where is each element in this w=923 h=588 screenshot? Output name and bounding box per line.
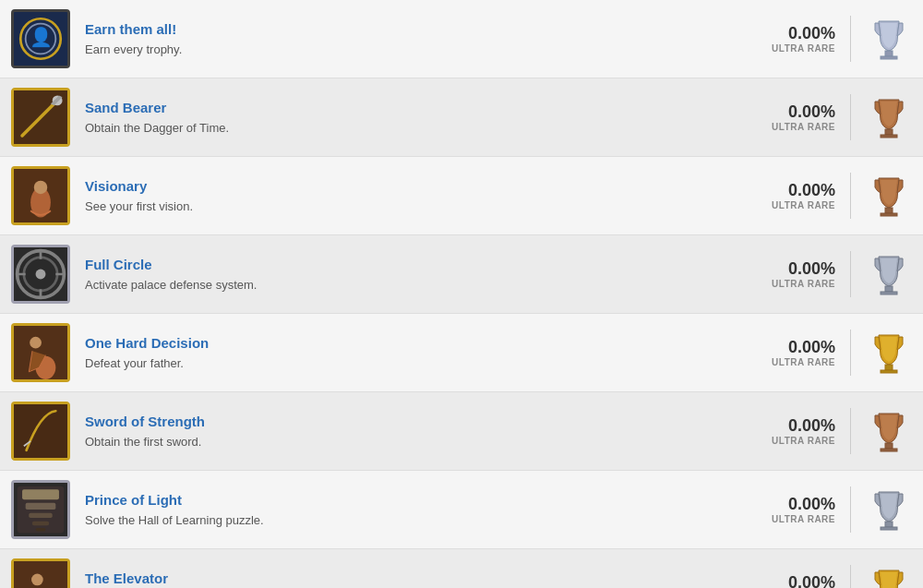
trophy-desc-earn-all: Earn every trophy. [85,42,182,56]
trophy-title-one-hard-decision[interactable]: One Hard Decision [85,335,743,351]
trophy-title-sand-bearer[interactable]: Sand Bearer [85,100,743,115]
svg-rect-4 [885,51,893,56]
svg-rect-28 [881,292,897,294]
trophy-row: 👤 Earn them all!Earn every trophy.0.00%U… [0,0,923,78]
trophy-list: 👤 Earn them all!Earn every trophy.0.00%U… [0,0,923,588]
trophy-divider [850,408,851,454]
trophy-rarity-earn-all: 0.00%ULTRA RARE [743,24,835,54]
svg-rect-11 [885,129,893,135]
trophy-percent-sword-of-strength: 0.00% [788,416,835,436]
trophy-cup-sword-of-strength [866,408,912,454]
trophy-rarity-visionary: 0.00%ULTRA RARE [743,181,835,210]
trophy-divider [850,486,851,533]
svg-rect-18 [881,213,897,216]
svg-rect-17 [885,208,893,213]
trophy-divider [850,565,851,588]
trophy-rarity-label-one-hard-decision: ULTRA RARE [772,357,835,367]
trophy-cup-prince-of-light [866,486,912,533]
trophy-rarity-label-full-circle: ULTRA RARE [772,279,835,289]
svg-rect-46 [36,528,46,532]
svg-rect-47 [885,522,893,527]
trophy-info-visionary: VisionarySee your first vision. [85,178,743,214]
svg-rect-44 [29,513,52,518]
svg-rect-38 [885,443,893,449]
trophy-info-sand-bearer: Sand BearerObtain the Dagger of Time. [85,100,743,136]
trophy-icon-visionary [11,166,70,225]
trophy-divider [850,251,851,297]
trophy-rarity-prince-of-light: 0.00%ULTRA RARE [743,495,835,524]
trophy-info-one-hard-decision: One Hard DecisionDefeat your father. [85,335,743,371]
trophy-percent-sand-bearer: 0.00% [788,102,835,122]
trophy-title-sword-of-strength[interactable]: Sword of Strength [85,414,743,429]
trophy-title-full-circle[interactable]: Full Circle [85,257,743,272]
trophy-row: Sand BearerObtain the Dagger of Time.0.0… [0,78,923,157]
trophy-percent-prince-of-light: 0.00% [788,495,835,514]
trophy-info-sword-of-strength: Sword of StrengthObtain the first sword. [85,414,743,450]
trophy-icon-full-circle [11,245,70,304]
svg-rect-45 [32,522,49,526]
trophy-info-full-circle: Full CircleActivate palace defense syste… [85,257,743,293]
trophy-cup-one-hard-decision [866,330,912,376]
trophy-title-prince-of-light[interactable]: Prince of Light [85,492,743,508]
trophy-cup-full-circle [866,251,912,297]
trophy-desc-one-hard-decision: Defeat your father. [85,356,184,370]
trophy-percent-full-circle: 0.00% [788,259,835,279]
trophy-info-earn-all: Earn them all!Earn every trophy. [85,21,743,57]
trophy-cup-sand-bearer [866,94,912,140]
svg-point-52 [31,574,43,586]
trophy-cup-earn-all [866,16,912,62]
trophy-rarity-label-sand-bearer: ULTRA RARE [772,122,835,132]
trophy-divider [850,330,851,376]
trophy-row: Full CircleActivate palace defense syste… [0,235,923,314]
trophy-icon-prince-of-light [11,480,70,539]
trophy-rarity-the-elevator: 0.00%ULTRA RARE [743,573,835,588]
trophy-percent-earn-all: 0.00% [788,24,835,43]
svg-rect-33 [885,365,893,370]
trophy-icon-sand-bearer [11,88,70,147]
trophy-icon-sword-of-strength [11,402,70,461]
trophy-title-the-elevator[interactable]: The Elevator [85,570,743,586]
svg-point-22 [36,270,46,280]
trophy-row: One Hard DecisionDefeat your father.0.00… [0,314,923,392]
svg-point-16 [34,181,48,195]
svg-point-32 [30,337,42,349]
trophy-row: The ElevatorSurvive the elevator fight.0… [0,549,923,588]
svg-rect-48 [881,527,897,530]
trophy-rarity-sword-of-strength: 0.00%ULTRA RARE [743,416,835,446]
trophy-cup-visionary [866,173,912,219]
trophy-rarity-sand-bearer: 0.00%ULTRA RARE [743,102,835,132]
trophy-desc-visionary: See your first vision. [85,199,193,213]
trophy-title-visionary[interactable]: Visionary [85,178,743,194]
trophy-info-the-elevator: The ElevatorSurvive the elevator fight. [85,570,743,589]
trophy-rarity-label-prince-of-light: ULTRA RARE [772,514,835,524]
trophy-divider [850,173,851,219]
svg-rect-34 [881,370,897,373]
trophy-info-prince-of-light: Prince of LightSolve the Hall of Learnin… [85,492,743,528]
svg-rect-43 [26,503,56,510]
svg-rect-12 [881,135,897,138]
trophy-rarity-label-visionary: ULTRA RARE [772,200,835,210]
svg-rect-42 [22,489,59,499]
svg-rect-39 [881,449,897,451]
trophy-desc-full-circle: Activate palace defense system. [85,278,257,292]
svg-rect-5 [881,56,897,59]
trophy-desc-prince-of-light: Solve the Hall of Learning puzzle. [85,513,264,527]
trophy-percent-the-elevator: 0.00% [788,573,835,588]
trophy-title-earn-all[interactable]: Earn them all! [85,21,743,37]
trophy-desc-sword-of-strength: Obtain the first sword. [85,435,201,449]
trophy-row: Sword of StrengthObtain the first sword.… [0,392,923,471]
trophy-cup-the-elevator [866,565,912,588]
svg-rect-27 [885,286,893,292]
trophy-rarity-label-sword-of-strength: ULTRA RARE [772,436,835,446]
svg-rect-36 [14,404,67,458]
trophy-rarity-full-circle: 0.00%ULTRA RARE [743,259,835,289]
trophy-rarity-label-earn-all: ULTRA RARE [772,43,835,54]
svg-text:👤: 👤 [30,26,53,48]
trophy-row: VisionarySee your first vision.0.00%ULTR… [0,157,923,235]
trophy-percent-visionary: 0.00% [788,181,835,200]
trophy-icon-the-elevator [11,558,70,588]
trophy-icon-earn-all: 👤 [11,9,70,68]
trophy-percent-one-hard-decision: 0.00% [788,338,835,357]
trophy-divider [850,16,851,62]
trophy-desc-sand-bearer: Obtain the Dagger of Time. [85,121,229,135]
